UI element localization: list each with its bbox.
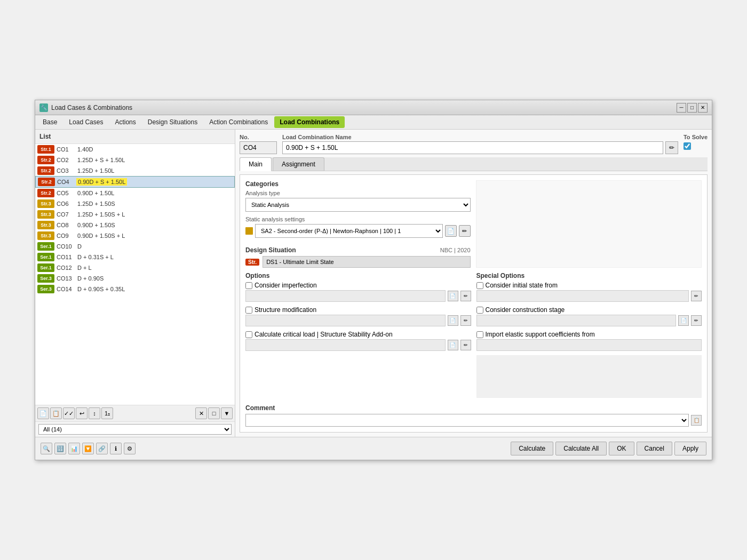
list-item[interactable]: Str.2 CO3 1.25D + 1.50L (35, 165, 235, 176)
initial-state-edit[interactable]: ✏ (691, 291, 702, 301)
calculate-all-button[interactable]: Calculate All (555, 442, 607, 455)
menu-load-combinations[interactable]: Load Combinations (274, 116, 345, 128)
name-input[interactable] (282, 141, 663, 154)
tag-str3: Str.3 (37, 231, 54, 240)
filter-row: All (14) (35, 421, 235, 437)
consider-imperfection-checkbox[interactable] (245, 282, 252, 289)
left-col: Categories Analysis type Static Analysis (245, 180, 471, 268)
menu-actions[interactable]: Actions (109, 116, 141, 128)
apply-button[interactable]: Apply (674, 442, 706, 455)
menu-base[interactable]: Base (37, 116, 62, 128)
list-item[interactable]: Ser.3 CO13 D + 0.90S (35, 273, 235, 284)
options-label: Options (245, 272, 471, 279)
filter-bottom-button[interactable]: 🔽 (82, 443, 94, 454)
close-button[interactable]: ✕ (698, 103, 708, 113)
info-button[interactable]: ℹ (110, 443, 122, 454)
renumber-button[interactable]: 1₂ (101, 407, 113, 419)
construction-stage-edit[interactable]: ✏ (691, 315, 702, 326)
edit-name-button[interactable]: ✏ (665, 141, 678, 154)
critical-load-label: Calculate critical load | Structure Stab… (255, 331, 393, 338)
item-code: CO7 (57, 211, 74, 218)
static-new-button[interactable]: 📄 (445, 225, 457, 237)
filter-select[interactable]: All (14) (38, 424, 232, 435)
list-item[interactable]: Str.3 CO9 0.90D + 1.50S + L (35, 230, 235, 241)
table-button[interactable]: 📊 (68, 443, 80, 454)
list-toolbar: 📄 📋 ✓✓ ↩ ↕ 1₂ ✕ □ ▼ (35, 405, 235, 421)
menu-design-situations[interactable]: Design Situations (142, 116, 203, 128)
list-item[interactable]: Str.3 CO7 1.25D + 1.50S + L (35, 209, 235, 220)
tab-main[interactable]: Main (240, 157, 272, 171)
analysis-type-select[interactable]: Static Analysis (245, 198, 471, 212)
to-solve-checkbox[interactable] (684, 142, 691, 150)
view-button[interactable]: □ (208, 407, 220, 419)
tag-str2: Str.2 (37, 156, 54, 164)
delete-button[interactable]: ✕ (195, 407, 207, 419)
list-item[interactable]: Ser.1 CO10 D (35, 241, 235, 252)
structure-mod-edit[interactable]: ✏ (460, 315, 471, 326)
cancel-button[interactable]: Cancel (637, 442, 672, 455)
no-label: No. (240, 134, 277, 140)
consider-imperfection-edit[interactable]: ✏ (460, 291, 471, 301)
list-item[interactable]: Ser.1 CO11 D + 0.31S + L (35, 252, 235, 262)
critical-load-new[interactable]: 📄 (448, 340, 458, 350)
title-bar: 🔧 Load Cases & Combinations ─ □ ✕ (35, 100, 712, 115)
list-item[interactable]: Str.3 CO6 1.25D + 1.50S (35, 198, 235, 209)
calculate-button[interactable]: Calculate (511, 442, 553, 455)
comment-select[interactable] (245, 414, 689, 427)
menu-action-combinations[interactable]: Action Combinations (204, 116, 273, 128)
construction-stage-input-row: 📄 ✏ (476, 315, 702, 326)
sort-button[interactable]: ↕ (89, 407, 100, 419)
action-bar: 🔍 🔢 📊 🔽 🔗 ℹ ⚙ Calculate Calculate All OK… (35, 437, 712, 460)
tag-str1: Str.1 (37, 145, 54, 154)
list-item[interactable]: Str.2 CO2 1.25D + S + 1.50L (35, 155, 235, 165)
construction-stage-new[interactable]: 📄 (678, 315, 689, 326)
structure-mod-new[interactable]: 📄 (448, 315, 458, 326)
item-formula: 0.90D + 1.50S (76, 221, 117, 229)
list-item[interactable]: Str.2 CO5 0.90D + 1.50L (35, 188, 235, 198)
minimize-button[interactable]: ─ (677, 103, 686, 113)
calculator-button[interactable]: 🔢 (54, 443, 66, 454)
list-item[interactable]: Str.1 CO1 1.40D (35, 144, 235, 155)
search-bottom-button[interactable]: 🔍 (41, 443, 52, 454)
consider-imperfection-input-row: 📄 ✏ (245, 290, 471, 302)
settings-bottom-button[interactable]: ⚙ (124, 443, 136, 454)
name-label: Load Combination Name (282, 134, 678, 140)
list-item-selected[interactable]: Str.2 CO4 0.90D + S + 1.50L (35, 176, 235, 188)
static-edit-button[interactable]: ✏ (459, 225, 471, 237)
content-area: List Str.1 CO1 1.40D Str.2 CO2 1.25D + S… (35, 130, 712, 437)
initial-state-checkbox[interactable] (476, 282, 483, 289)
comment-input-row: 📋 (245, 414, 702, 427)
options-section: Options Consider imperfection 📄 ✏ (245, 272, 702, 398)
ok-button[interactable]: OK (609, 442, 634, 455)
import-elastic-checkbox[interactable] (476, 331, 483, 338)
tag-str2: Str.2 (37, 189, 54, 197)
select-all-button[interactable]: ✓✓ (63, 407, 75, 419)
critical-load-label-row: Calculate critical load | Structure Stab… (245, 331, 471, 338)
consider-imperfection-label-row: Consider imperfection (245, 282, 471, 289)
copy-button[interactable]: 📋 (50, 407, 62, 419)
comment-copy[interactable]: 📋 (691, 415, 702, 426)
no-input[interactable] (240, 141, 277, 154)
deselect-button[interactable]: ↩ (76, 407, 88, 419)
tab-assignment[interactable]: Assignment (273, 157, 324, 171)
list-item[interactable]: Ser.3 CO14 D + 0.90S + 0.35L (35, 284, 235, 294)
link-button[interactable]: 🔗 (96, 443, 108, 454)
consider-imperfection-new[interactable]: 📄 (448, 291, 458, 301)
design-sit-tag: Str. (245, 259, 259, 266)
import-elastic-input-row (476, 339, 702, 351)
menu-load-cases[interactable]: Load Cases (63, 116, 108, 128)
more-button[interactable]: ▼ (221, 407, 233, 419)
critical-load-checkbox[interactable] (245, 331, 252, 338)
list-item[interactable]: Str.3 CO8 0.90D + 1.50S (35, 220, 235, 230)
design-standard: NBC | 2020 (440, 247, 471, 253)
import-elastic-label-row: Import elastic support coefficients from (476, 331, 702, 338)
structure-mod-checkbox[interactable] (245, 307, 252, 314)
list-item[interactable]: Ser.1 CO12 D + L (35, 262, 235, 273)
critical-load-edit[interactable]: ✏ (460, 340, 471, 350)
new-button[interactable]: 📄 (37, 407, 49, 419)
item-formula: 1.25D + S + 1.50L (76, 156, 126, 164)
construction-stage-checkbox[interactable] (476, 307, 483, 314)
restore-button[interactable]: □ (687, 103, 697, 113)
tag-str2: Str.2 (37, 166, 54, 175)
static-settings-select[interactable]: SA2 - Second-order (P-Δ) | Newton-Raphso… (255, 224, 443, 238)
